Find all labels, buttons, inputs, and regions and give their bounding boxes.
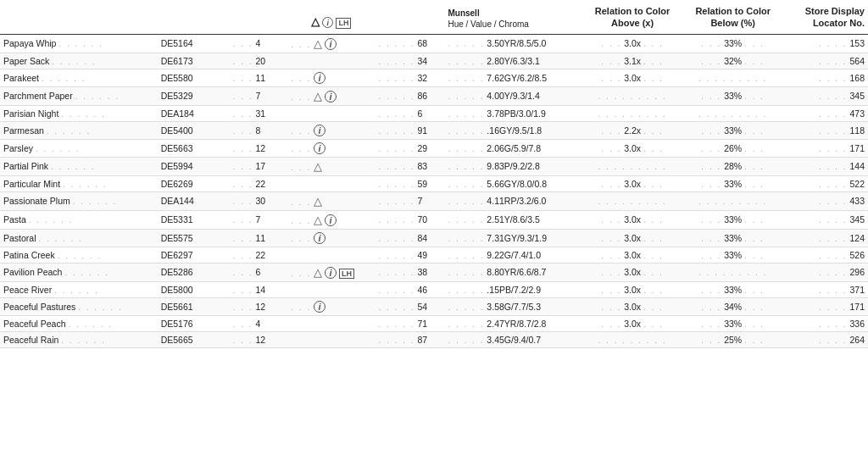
cell-no: DE5665 <box>158 331 230 347</box>
cell-no: DE5661 <box>158 297 230 315</box>
cell-below: . . . 34% . . . <box>682 297 783 315</box>
cell-lrv: . . . . . 54 <box>376 297 445 315</box>
header-color-name <box>0 0 158 34</box>
cell-lrv: . . . . . 29 <box>376 139 445 157</box>
cell-page: . . . 31 <box>230 105 288 121</box>
main-table-container: △ i LH MunsellHue / Value / Chroma Relat… <box>0 0 868 348</box>
cell-page: . . . 4 <box>230 315 288 331</box>
cell-munsell: . . . . . 3.78PB/3.0/1.9 <box>444 105 581 121</box>
header-below: Relation to ColorBelow (%) <box>682 0 783 34</box>
cell-icons: . . . △ i <box>287 86 375 105</box>
cell-no: DE6297 <box>158 247 230 263</box>
cell-no: DE5331 <box>158 210 230 229</box>
cell-no: DE5994 <box>158 157 230 175</box>
cell-below: . . . 33% . . . <box>682 86 783 105</box>
cell-icons: . . . i <box>287 297 375 315</box>
header-icons: △ i LH <box>287 0 375 34</box>
cell-lrv: . . . . . 71 <box>376 315 445 331</box>
cell-page: . . . 12 <box>230 297 288 315</box>
cell-icons: . . . i <box>287 69 375 86</box>
cell-icons <box>287 281 375 297</box>
cell-page: . . . 4 <box>230 34 288 53</box>
cell-lrv: . . . . . 84 <box>376 229 445 247</box>
cell-above: . . . 3.0x . . . <box>582 175 683 191</box>
cell-name: Parakeet . . . . . . <box>0 69 158 86</box>
cell-store: . . . . 264 <box>783 331 868 347</box>
cell-above: . . . 2.2x . . . <box>582 121 683 139</box>
cell-page: . . . 7 <box>230 210 288 229</box>
cell-munsell: . . . . . 8.80YR/6.6/8.7 <box>444 263 581 281</box>
cell-page: . . . 22 <box>230 247 288 263</box>
cell-no: DE5575 <box>158 229 230 247</box>
cell-below: . . . 33% . . . <box>682 175 783 191</box>
header-above: Relation to ColorAbove (x) <box>582 0 683 34</box>
cell-name: Parisian Night . . . . . . <box>0 105 158 121</box>
cell-icons: . . . △ <box>287 191 375 210</box>
cell-above: . . . 3.0x . . . <box>582 297 683 315</box>
color-table: △ i LH MunsellHue / Value / Chroma Relat… <box>0 0 868 348</box>
cell-munsell: . . . . . 4.00Y/9.3/1.4 <box>444 86 581 105</box>
cell-store: . . . . 144 <box>783 157 868 175</box>
cell-above: . . . . . . . . . <box>582 157 683 175</box>
cell-no: DE5329 <box>158 86 230 105</box>
cell-munsell: . . . . . 9.22G/7.4/1.0 <box>444 247 581 263</box>
cell-munsell: . . . . . 7.31GY/9.3/1.9 <box>444 229 581 247</box>
cell-above: . . . 3.1x . . . <box>582 53 683 69</box>
cell-name: Peaceful Rain . . . . . . <box>0 331 158 347</box>
cell-below: . . . 26% . . . <box>682 139 783 157</box>
cell-no: DE5580 <box>158 69 230 86</box>
cell-lrv: . . . . . 6 <box>376 105 445 121</box>
cell-below: . . . 33% . . . <box>682 121 783 139</box>
cell-below: . . . 33% . . . <box>682 229 783 247</box>
cell-store: . . . . 371 <box>783 281 868 297</box>
cell-page: . . . 8 <box>230 121 288 139</box>
cell-lrv: . . . . . 34 <box>376 53 445 69</box>
cell-lrv: . . . . . 38 <box>376 263 445 281</box>
cell-icons <box>287 247 375 263</box>
cell-below: . . . . . . . . . <box>682 105 783 121</box>
cell-icons: . . . △ <box>287 157 375 175</box>
cell-no: DE5176 <box>158 315 230 331</box>
table-body: Papaya Whip . . . . . . DE5164 . . . 4 .… <box>0 34 868 347</box>
table-row: Peaceful Pastures . . . . . . DE5661 . .… <box>0 297 868 315</box>
cell-above: . . . 3.0x . . . <box>582 69 683 86</box>
cell-icons: . . . i <box>287 229 375 247</box>
cell-name: Peaceful Pastures . . . . . . <box>0 297 158 315</box>
cell-above: . . . 3.0x . . . <box>582 229 683 247</box>
cell-name: Peaceful Peach . . . . . . <box>0 315 158 331</box>
cell-munsell: . . . . . 2.80Y/6.3/3.1 <box>444 53 581 69</box>
cell-store: . . . . 564 <box>783 53 868 69</box>
cell-lrv: . . . . . 59 <box>376 175 445 191</box>
cell-lrv: . . . . . 49 <box>376 247 445 263</box>
cell-page: . . . 7 <box>230 86 288 105</box>
cell-store: . . . . 171 <box>783 139 868 157</box>
cell-icons: . . . △ i <box>287 210 375 229</box>
cell-above: . . . 3.0x . . . <box>582 139 683 157</box>
cell-page: . . . 22 <box>230 175 288 191</box>
header-lrv <box>376 0 445 34</box>
cell-no: DEA144 <box>158 191 230 210</box>
cell-above: . . . . . . . . . <box>582 331 683 347</box>
cell-icons <box>287 315 375 331</box>
cell-lrv: . . . . . 32 <box>376 69 445 86</box>
cell-below: . . . 33% . . . <box>682 315 783 331</box>
cell-store: . . . . 168 <box>783 69 868 86</box>
cell-below: . . . 33% . . . <box>682 210 783 229</box>
cell-icons <box>287 331 375 347</box>
cell-above: . . . 3.0x . . . <box>582 247 683 263</box>
cell-store: . . . . 124 <box>783 229 868 247</box>
cell-name: Passionate Plum . . . . . . <box>0 191 158 210</box>
cell-above: . . . . . . . . . <box>582 86 683 105</box>
table-row: Peace River . . . . . . DE5800 . . . 14 … <box>0 281 868 297</box>
cell-munsell: . . . . . 3.58G/7.7/5.3 <box>444 297 581 315</box>
cell-page: . . . 12 <box>230 139 288 157</box>
cell-name: Papaya Whip . . . . . . <box>0 34 158 53</box>
cell-no: DE5286 <box>158 263 230 281</box>
cell-munsell: . . . . . .16GY/9.5/1.8 <box>444 121 581 139</box>
cell-name: Pastoral . . . . . . <box>0 229 158 247</box>
cell-no: DE6269 <box>158 175 230 191</box>
cell-below: . . . . . . . . . <box>682 69 783 86</box>
cell-icons <box>287 53 375 69</box>
cell-above: . . . 3.0x . . . <box>582 210 683 229</box>
cell-page: . . . 17 <box>230 157 288 175</box>
